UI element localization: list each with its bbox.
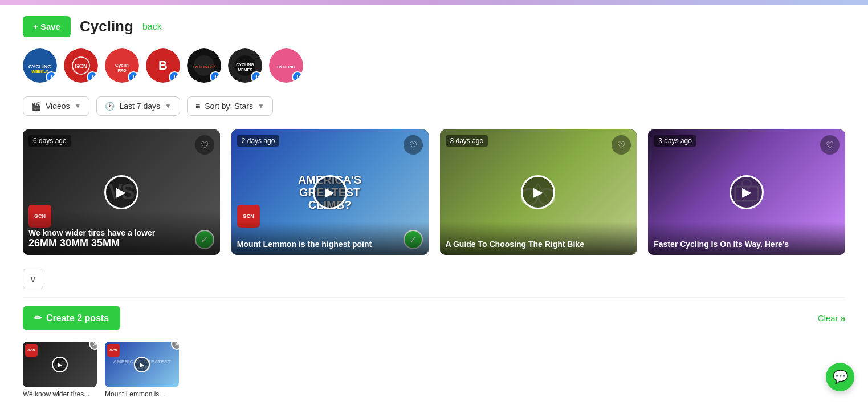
svg-text:CYCLING: CYCLING	[277, 65, 295, 69]
svg-text:CYCLING: CYCLING	[236, 63, 254, 67]
channel-avatar-4[interactable]: B f	[146, 48, 180, 83]
favorite-button-4[interactable]: ♡	[820, 135, 840, 155]
filters-row: 🎬 Videos ▼ 🕐 Last 7 days ▼ ≡ Sort by: St…	[23, 96, 845, 116]
video-icon: 🎬	[31, 102, 41, 111]
time-badge-2: 2 days ago	[237, 135, 280, 147]
video-title-4: Faster Cycling Is On Its Way. Here's	[654, 239, 840, 249]
create-posts-label: Create 2 posts	[46, 313, 109, 323]
video-overlay-3: A Guide To Choosing The Right Bike	[440, 222, 637, 255]
time-badge-3: 3 days ago	[446, 135, 488, 147]
filter-sort-button[interactable]: ≡ Sort by: Stars ▼	[187, 96, 273, 116]
chevron-down-icon-3: ▼	[258, 102, 264, 110]
channel-avatar-7[interactable]: CYCLING f	[269, 48, 303, 83]
filter-date-button[interactable]: 🕐 Last 7 days ▼	[96, 96, 180, 116]
post-caption-2: Mount Lemmon is...	[105, 390, 179, 399]
fb-badge-5: f	[210, 71, 221, 83]
filter-date-label: Last 7 days	[119, 102, 160, 111]
back-link[interactable]: back	[142, 22, 162, 32]
video-title-2: Mount Lemmon is the highest point	[237, 239, 423, 249]
top-progress-bar	[0, 0, 868, 5]
video-thumb-3: 3 days ago ♡ ▶ A Guide To Choosing The R…	[440, 129, 637, 255]
filter-sort-label: Sort by: Stars	[205, 102, 253, 111]
selected-post-1[interactable]: VS GCN ▶ ✕ We know wider tires...	[23, 342, 97, 399]
selected-post-2[interactable]: AMERICA'S GREATEST CLIMB GCN ▶ ✕ Mount L…	[105, 342, 179, 399]
fb-badge-1: f	[46, 71, 57, 83]
channel-avatar-5[interactable]: CYCLINGTV f	[187, 48, 221, 83]
svg-text:Cyclin: Cyclin	[115, 63, 129, 68]
pen-icon: ✏	[34, 313, 42, 323]
chevron-down-icon-2: ▼	[165, 102, 172, 110]
collapse-button[interactable]: ∨	[23, 269, 43, 289]
svg-text:CYCLING: CYCLING	[28, 64, 51, 70]
svg-text:GCN: GCN	[75, 63, 87, 70]
time-badge-1: 6 days ago	[28, 135, 71, 147]
video-overlay-1: We know wider tires have a lower 26MM 30…	[23, 210, 220, 255]
post-gcn-1: GCN	[25, 344, 38, 357]
chat-icon: 💬	[833, 370, 848, 384]
video-overlay-2: Mount Lemmon is the highest point	[231, 222, 429, 255]
play-button-4[interactable]: ▶	[730, 175, 764, 209]
favorite-button-3[interactable]: ♡	[612, 135, 631, 155]
fb-badge-2: f	[87, 71, 98, 83]
post-thumb-2: AMERICA'S GREATEST CLIMB GCN ▶ ✕	[105, 342, 179, 387]
channel-avatar-3[interactable]: Cyclin PRO f	[105, 48, 139, 83]
fb-badge-6: f	[251, 71, 262, 83]
svg-text:B: B	[158, 58, 168, 72]
channels-row: CYCLING WEEKLY f GCN f Cyclin	[23, 48, 845, 83]
play-button-2[interactable]: ▶	[313, 175, 347, 209]
video-title-1: We know wider tires have a lower	[28, 228, 214, 238]
video-thumb-1: VS 6 days ago ♡ ▶ GCN ✓ We know wider ti…	[23, 129, 220, 255]
video-subtitle-1: 26MM 30MM 35MM	[28, 238, 214, 249]
post-caption-1: We know wider tires...	[23, 390, 97, 399]
favorite-button-1[interactable]: ♡	[195, 135, 214, 155]
svg-text:PRO: PRO	[117, 68, 127, 72]
create-posts-button[interactable]: ✏ Create 2 posts	[23, 306, 120, 330]
favorite-button-2[interactable]: ♡	[404, 135, 423, 155]
channel-avatar-1[interactable]: CYCLING WEEKLY f	[23, 48, 57, 83]
channel-avatar-2[interactable]: GCN f	[64, 48, 98, 83]
chevron-up-icon: ∨	[30, 274, 36, 285]
post-thumb-1: VS GCN ▶ ✕	[23, 342, 97, 387]
video-thumb-2: AMERICA'SGREATESTCLIMB? 2 days ago ♡ ▶ G…	[231, 129, 429, 255]
fb-badge-4: f	[169, 71, 180, 83]
play-button-1[interactable]: ▶	[104, 175, 138, 209]
post-play-2[interactable]: ▶	[134, 357, 150, 372]
filter-videos-button[interactable]: 🎬 Videos ▼	[23, 96, 89, 116]
fb-badge-7: f	[292, 71, 303, 83]
chat-button[interactable]: 💬	[826, 363, 854, 391]
video-thumb-4: 3 days ago ♡ ▶ Faster Cycling Is On Its …	[648, 129, 845, 255]
sort-icon: ≡	[195, 102, 200, 111]
video-card-3[interactable]: 3 days ago ♡ ▶ A Guide To Choosing The R…	[440, 129, 637, 255]
channel-avatar-6[interactable]: CYCLING MEMES f	[228, 48, 262, 83]
svg-text:WEEKLY: WEEKLY	[31, 70, 48, 74]
time-badge-4: 3 days ago	[654, 135, 696, 147]
header-row: + Save Cycling back	[23, 16, 845, 37]
bottom-bar: ✏ Create 2 posts Clear a	[23, 297, 845, 336]
post-gcn-2: GCN	[107, 344, 120, 357]
selected-posts-row: VS GCN ▶ ✕ We know wider tires... AMERIC…	[23, 336, 845, 399]
page-title: Cycling	[80, 18, 133, 35]
fb-badge-3: f	[128, 71, 139, 83]
clock-icon: 🕐	[105, 102, 115, 111]
video-card-4[interactable]: 3 days ago ♡ ▶ Faster Cycling Is On Its …	[648, 129, 845, 255]
chevron-down-icon: ▼	[75, 102, 81, 110]
video-card-2[interactable]: AMERICA'SGREATESTCLIMB? 2 days ago ♡ ▶ G…	[231, 129, 429, 255]
save-button[interactable]: + Save	[23, 16, 71, 37]
video-overlay-4: Faster Cycling Is On Its Way. Here's	[648, 222, 845, 255]
post-play-1[interactable]: ▶	[52, 357, 68, 372]
clear-all-link[interactable]: Clear a	[818, 313, 845, 323]
main-container: + Save Cycling back CYCLING WEEKLY f GCN	[0, 5, 868, 405]
svg-text:MEMES: MEMES	[238, 68, 252, 72]
video-card-1[interactable]: VS 6 days ago ♡ ▶ GCN ✓ We know wider ti…	[23, 129, 220, 255]
play-button-3[interactable]: ▶	[521, 175, 555, 209]
videos-grid: VS 6 days ago ♡ ▶ GCN ✓ We know wider ti…	[23, 129, 845, 255]
filter-videos-label: Videos	[46, 102, 70, 111]
svg-text:CYCLINGTV: CYCLINGTV	[193, 64, 215, 70]
video-title-3: A Guide To Choosing The Right Bike	[446, 239, 631, 249]
